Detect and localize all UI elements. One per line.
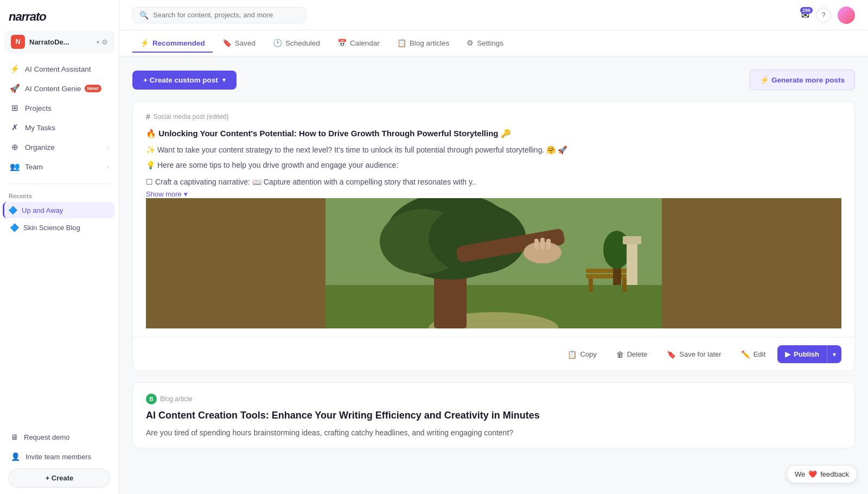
bookmark-save-icon: 🔖 [667, 350, 676, 359]
invite-team-item[interactable]: 👤 Invite team members [9, 449, 110, 464]
edit-button[interactable]: ✏️ Edit [733, 346, 773, 363]
header: 🔍 ✉ 296 ? [119, 0, 868, 30]
recent-item-label: Up and Away [22, 206, 63, 214]
tab-recommended-label: Recommended [152, 39, 205, 47]
tab-blog-articles[interactable]: 📋 Blog articles [390, 34, 457, 53]
sidebar-item-organize[interactable]: ⊕ Organize › [4, 138, 114, 156]
main-area: 🔍 ✉ 296 ? ⚡ Recommended 🔖 Saved 🕐 Schedu… [119, 0, 868, 494]
post-card-body: # Social media post (edited) 🔥 Unlocking… [133, 102, 854, 337]
tab-recommended[interactable]: ⚡ Recommended [132, 34, 213, 53]
generate-more-posts-button[interactable]: ⚡ Generate more posts [750, 69, 855, 90]
create-custom-post-button[interactable]: + Create custom post ▾ [132, 71, 237, 90]
sidebar-item-projects[interactable]: ⊞ Projects [4, 99, 114, 117]
sidebar-item-my-tasks[interactable]: ✗ My Tasks [4, 118, 114, 137]
sidebar-item-ai-content-assistant[interactable]: ⚡ AI Content Assistant [4, 60, 114, 78]
tab-settings[interactable]: ⚙ Settings [459, 34, 511, 53]
lightning-tab-icon: ⚡ [140, 39, 149, 47]
help-icon[interactable]: ? [816, 8, 831, 23]
tab-saved[interactable]: 🔖 Saved [215, 34, 263, 53]
tab-calendar-label: Calendar [350, 39, 380, 47]
search-input[interactable] [153, 11, 299, 19]
recents-section-title: Recents [0, 188, 119, 201]
lightning-icon: ⚡ [10, 64, 20, 74]
recent-icon: 🔷 [10, 223, 19, 232]
user-avatar[interactable] [838, 7, 855, 24]
svg-rect-13 [586, 274, 629, 278]
workspace-chevron-icon: ▾ [97, 39, 99, 45]
show-more-button[interactable]: Show more ▾ [146, 190, 841, 198]
post-card-social: # Social media post (edited) 🔥 Unlocking… [132, 101, 855, 371]
heart-icon: ❤️ [808, 470, 817, 478]
chevron-right-icon: › [107, 144, 109, 150]
sidebar-recent-item-skin-science[interactable]: 🔷 Skin Science Blog [4, 219, 114, 236]
grid-icon: ⊞ [10, 103, 20, 113]
clipboard-icon: 📋 [397, 39, 406, 47]
svg-rect-14 [586, 269, 629, 273]
show-more-label: Show more [146, 190, 182, 198]
publish-button[interactable]: ▶ Publish [777, 345, 827, 363]
sidebar-item-team[interactable]: 👥 Team › [4, 157, 114, 176]
publish-chevron-icon: ▾ [833, 351, 836, 358]
save-for-later-button[interactable]: 🔖 Save for later [659, 346, 729, 363]
blog-card-body: B Blog article AI Content Creation Tools… [133, 383, 854, 447]
svg-rect-20 [623, 236, 641, 244]
sidebar-nav: ⚡ AI Content Assistant 🚀 AI Content Geni… [0, 58, 119, 179]
publish-group: ▶ Publish ▾ [777, 345, 841, 363]
svg-rect-10 [534, 239, 539, 250]
divider [9, 183, 110, 184]
monitor-icon: 🖥 [11, 433, 18, 441]
post-content-line1: ✨ Want to take your content strategy to … [146, 144, 841, 156]
blog-title: AI Content Creation Tools: Enhance Your … [146, 410, 841, 421]
delete-button[interactable]: 🗑 Delete [609, 346, 655, 363]
team-icon: 👥 [10, 162, 20, 172]
post-type-text: Social media post (edited) [154, 113, 229, 121]
workspace-selector[interactable]: N NarratoDe... ▾ ⚙ [4, 30, 114, 53]
nav-item-label: Projects [25, 104, 52, 112]
nav-item-label: Team [25, 163, 43, 171]
pencil-icon: ✏️ [741, 350, 750, 359]
play-icon: ▶ [785, 350, 790, 358]
sidebar-bottom: 🖥 Request demo 👤 Invite team members + C… [0, 423, 119, 494]
sidebar-recent-item-up-and-away[interactable]: 🔷 Up and Away [3, 202, 114, 218]
request-demo-item[interactable]: 🖥 Request demo [9, 429, 110, 445]
workspace-icon: N [11, 35, 25, 49]
content-area: + Create custom post ▾ ⚡ Generate more p… [119, 56, 868, 494]
create-button[interactable]: + Create [9, 468, 110, 487]
logo-text: narrato [9, 10, 46, 24]
svg-rect-19 [627, 242, 637, 285]
edit-label: Edit [754, 350, 765, 358]
copy-button[interactable]: 📋 Copy [560, 346, 604, 363]
tab-scheduled[interactable]: 🕐 Scheduled [265, 34, 328, 53]
tab-blog-label: Blog articles [410, 39, 450, 47]
nav-item-label: Organize [25, 143, 55, 151]
header-icons: ✉ 296 ? [801, 7, 855, 24]
content-header: + Create custom post ▾ ⚡ Generate more p… [132, 69, 855, 90]
create-button-label: + Create [46, 474, 74, 482]
copy-icon: 📋 [567, 350, 577, 359]
tab-calendar[interactable]: 📅 Calendar [330, 34, 387, 53]
svg-rect-11 [540, 238, 545, 250]
recent-icon: 🔷 [8, 206, 17, 214]
mail-icon[interactable]: ✉ 296 [801, 9, 809, 21]
sidebar-item-ai-content-genie[interactable]: 🚀 AI Content Genie New! [4, 79, 114, 98]
rocket-icon: 🚀 [10, 84, 20, 93]
feedback-button[interactable]: We ❤️ feedback [787, 465, 857, 483]
trash-icon: 🗑 [616, 350, 624, 359]
generate-label: ⚡ Generate more posts [760, 75, 845, 84]
tab-saved-label: Saved [235, 39, 256, 47]
chevron-right-icon: › [107, 164, 109, 170]
post-image-svg [146, 198, 841, 328]
tabs: ⚡ Recommended 🔖 Saved 🕐 Scheduled 📅 Cale… [119, 30, 868, 56]
search-bar[interactable]: 🔍 [132, 7, 306, 23]
publish-dropdown-button[interactable]: ▾ [827, 345, 841, 363]
nav-item-label: AI Content Genie [25, 85, 81, 93]
post-image [146, 198, 841, 328]
svg-rect-16 [622, 278, 627, 292]
workspace-name: NarratoDe... [29, 38, 97, 46]
recent-item-label: Skin Science Blog [23, 224, 80, 232]
blog-icon: B [146, 394, 157, 404]
workspace-gear-icon[interactable]: ⚙ [101, 38, 108, 46]
logo: narrato [0, 0, 119, 30]
publish-label: Publish [794, 350, 819, 358]
request-demo-label: Request demo [24, 433, 70, 441]
